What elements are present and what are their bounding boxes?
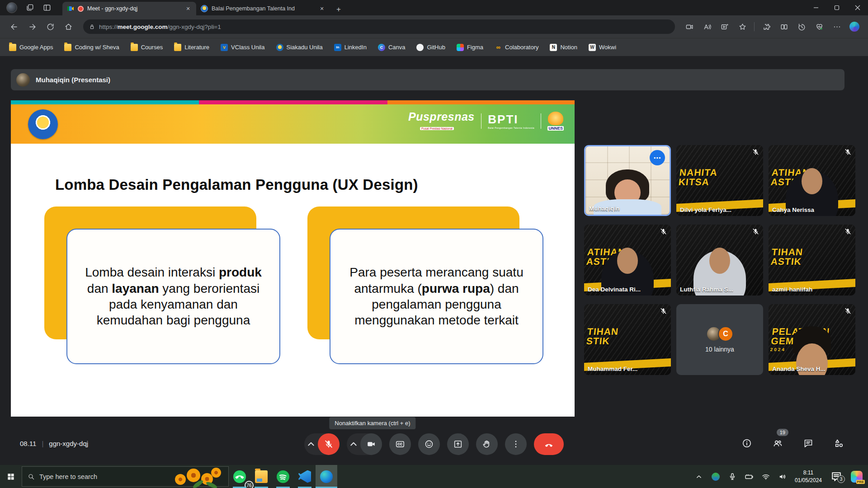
reactions-button[interactable] <box>418 433 440 455</box>
participant-name: Luthfia Rahma S... <box>680 286 733 293</box>
bookmark-linkedin[interactable]: inLinkedIn <box>334 44 367 51</box>
bookmark-vclass-unila[interactable]: VVClass Unila <box>221 44 264 51</box>
bookmark-github[interactable]: GitHub <box>416 44 445 51</box>
wifi-icon[interactable] <box>761 472 770 481</box>
bookmark-courses[interactable]: Courses <box>131 44 163 51</box>
notion-icon: N <box>550 44 557 51</box>
bookmark-figma[interactable]: Figma <box>457 44 483 51</box>
raise-hand-button[interactable] <box>476 433 498 455</box>
favorite-star-button[interactable] <box>735 19 750 34</box>
participant-grid: Muhaqiqin⋯NAHITAKITSADilvi yola Ferlya..… <box>584 145 855 375</box>
split-screen-button[interactable] <box>777 19 791 34</box>
toolbar-divider <box>754 22 755 31</box>
bookmark-label: GitHub <box>427 44 445 51</box>
extensions-button[interactable] <box>759 19 774 34</box>
copilot-taskbar-icon[interactable]: PRE <box>851 471 863 483</box>
notification-center-button[interactable]: 3 <box>830 470 843 483</box>
more-options-button[interactable] <box>505 433 527 455</box>
banner-fragment: ASTIK <box>770 257 802 267</box>
idm-icon[interactable] <box>711 472 720 481</box>
read-aloud-button[interactable] <box>700 19 714 34</box>
minimize-button[interactable] <box>806 0 826 15</box>
address-bar[interactable]: https://meet.google.com/ggn-xgdy-dqj?pli… <box>83 19 675 34</box>
participant-name: Cahya Nerissa <box>772 206 814 213</box>
emoji-icon <box>424 439 434 449</box>
github-icon <box>416 44 424 51</box>
copilot-button[interactable] <box>847 19 862 34</box>
camera-toggle-button[interactable] <box>360 433 382 455</box>
participant-tile-cahya-nerissa[interactable]: ATIHANASTIKCahya Nerissa <box>769 145 855 216</box>
bookmark-wokwi[interactable]: WWokwi <box>589 44 616 51</box>
history-button[interactable] <box>794 19 809 34</box>
info-icon <box>741 438 752 449</box>
folder-icon <box>131 44 138 51</box>
participant-tile-azmii-haniifah[interactable]: TIHANASTIKazmii haniifah <box>769 225 855 296</box>
tab-balai[interactable]: Balai Pengembangan Talenta Ind ✕ <box>196 2 330 15</box>
tray-chevron-icon[interactable] <box>694 472 703 481</box>
taskbar-clock[interactable]: 8:11 01/05/2024 <box>795 469 822 483</box>
tab-meet[interactable]: Meet - ggn-xgdy-dqj ✕ <box>62 2 196 15</box>
home-button[interactable] <box>61 19 76 34</box>
close-button[interactable] <box>847 0 868 15</box>
participant-tile-10-lainnya[interactable]: C10 lainnya <box>676 304 763 375</box>
activities-button[interactable] <box>830 434 848 452</box>
forward-icon <box>28 23 37 31</box>
captions-button[interactable] <box>389 433 411 455</box>
participant-tile-dea-delvinata-ri-[interactable]: ATIHANASTIKDea Delvinata Ri... <box>584 225 671 296</box>
taskbar-edge[interactable] <box>316 465 337 488</box>
participant-tile-ananda-sheva-h-[interactable]: PELATIHANGEMASTIK2024Ananda Sheva H... <box>769 304 855 375</box>
battery-icon[interactable] <box>745 472 754 481</box>
participant-tile-muhaqiqin[interactable]: Muhaqiqin⋯ <box>584 145 671 216</box>
bookmark-google-apps[interactable]: Google Apps <box>9 44 53 51</box>
taskbar-vs-code[interactable] <box>294 465 316 488</box>
tile-options-button[interactable]: ⋯ <box>650 150 665 165</box>
overflow-count-label: 10 lainnya <box>705 346 734 353</box>
tab-close-icon[interactable]: ✕ <box>318 5 326 12</box>
mic-toggle-group <box>304 433 340 455</box>
bookmark-siakadu-unila[interactable]: Siakadu Unila <box>276 44 323 51</box>
bookmark-label: Colaboratory <box>505 44 538 51</box>
browser-essentials-button[interactable] <box>812 19 826 34</box>
participant-tile-dilvi-yola-ferlya-[interactable]: NAHITAKITSADilvi yola Ferlya... <box>676 145 763 216</box>
volume-icon[interactable] <box>778 472 787 481</box>
participants-button[interactable]: 19 <box>769 434 787 452</box>
back-button[interactable] <box>6 19 22 34</box>
video-enhance-button[interactable] <box>717 19 732 34</box>
tab-close-icon[interactable]: ✕ <box>184 5 192 12</box>
banner-fragment: TIHAN <box>771 247 803 257</box>
browser-profile-avatar[interactable] <box>6 2 17 13</box>
taskbar-whatsapp[interactable]: 76 <box>229 465 250 488</box>
camera-in-use-button[interactable] <box>682 19 697 34</box>
colab-icon: ∞ <box>495 44 502 51</box>
bookmark-label: Wokwi <box>599 44 616 51</box>
new-tab-button[interactable]: + <box>333 4 344 15</box>
maximize-button[interactable] <box>826 0 847 15</box>
start-button[interactable] <box>0 465 22 488</box>
windows-logo-icon <box>6 472 15 481</box>
bookmark-colaboratory[interactable]: ∞Colaboratory <box>495 44 538 51</box>
workspaces-icon[interactable] <box>25 3 34 12</box>
mic-toggle-button[interactable] <box>318 433 340 455</box>
chat-button[interactable] <box>799 434 817 452</box>
bookmark-literature[interactable]: Literature <box>174 44 209 51</box>
taskbar-search[interactable]: Type here to search <box>22 466 229 487</box>
leave-call-button[interactable] <box>534 433 564 455</box>
more-button[interactable] <box>830 19 844 34</box>
bookmark-coding-w-sheva[interactable]: Coding w/ Sheva <box>64 44 119 51</box>
search-highlight-flowers[interactable] <box>171 468 226 488</box>
bookmark-canva[interactable]: CCanva <box>378 44 406 51</box>
forward-button[interactable] <box>24 19 40 34</box>
present-screen-button[interactable] <box>447 433 469 455</box>
camera-toggle-chevron[interactable] <box>347 433 360 455</box>
participant-tile-muhammad-fer-[interactable]: TIHANSTIKMuhammad Fer... <box>584 304 671 375</box>
bookmark-label: Figma <box>467 44 483 51</box>
taskbar-spotify[interactable] <box>272 465 294 488</box>
refresh-button[interactable] <box>42 19 58 34</box>
participant-tile-luthfia-rahma-s-[interactable]: Luthfia Rahma S... <box>676 225 763 296</box>
taskbar-file-explorer[interactable] <box>250 465 272 488</box>
mic-toggle-chevron[interactable] <box>304 433 318 455</box>
tab-actions-icon[interactable] <box>42 3 52 12</box>
bookmark-notion[interactable]: NNotion <box>550 44 577 51</box>
tray-mic-icon[interactable] <box>728 472 737 481</box>
meeting-details-button[interactable] <box>738 434 756 452</box>
